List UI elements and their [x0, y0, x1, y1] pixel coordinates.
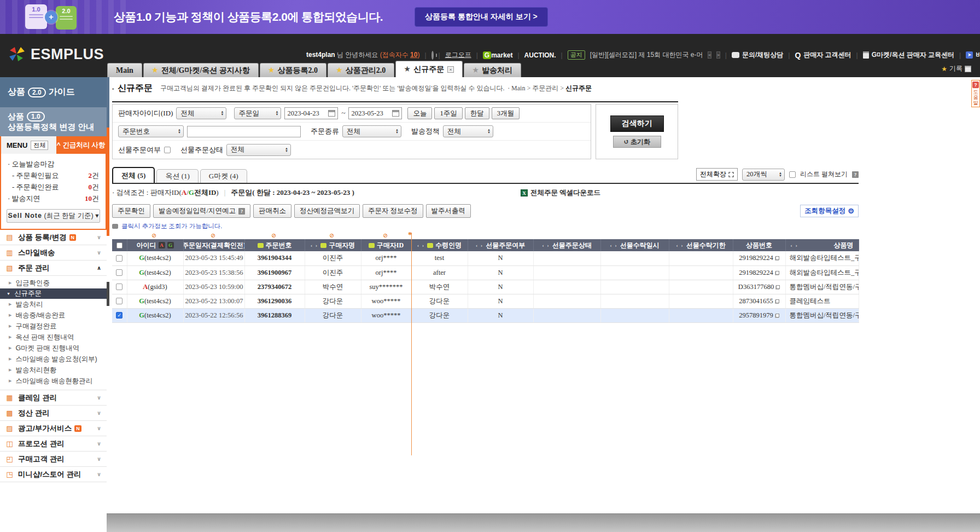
action-button-정산예정금액보기[interactable]: 정산예정금액보기: [294, 204, 360, 218]
per-page-select[interactable]: 20개씩▲▼: [742, 169, 785, 181]
cell-product-number[interactable]: 2873041655: [733, 294, 785, 308]
list-tab-옥션[interactable]: 옥션 (1): [156, 169, 198, 183]
record-shortcut[interactable]: ★ 기록: [941, 64, 971, 73]
cell-product-name[interactable]: 클레임테스트: [785, 294, 859, 308]
popup-icon[interactable]: [775, 314, 779, 317]
sell-note-button[interactable]: Sell Note (최근 한달 기준) ▾: [7, 209, 100, 223]
sort-icon[interactable]: ‹ ›: [476, 242, 483, 248]
sidebar-subitem-입금확인중[interactable]: ▶입금확인중: [0, 277, 107, 288]
link-shortcut[interactable]: ➤바로가기: [966, 50, 980, 60]
excel-download-link[interactable]: X 전체주문 엑셀다운로드: [521, 188, 600, 198]
link-seller-center[interactable]: Q판매자 고객센터: [795, 50, 851, 60]
sort-icon[interactable]: ‹ ›: [542, 242, 550, 248]
gmarket-logo[interactable]: Gmarket: [483, 51, 513, 59]
chevron-down-icon[interactable]: ∨: [97, 410, 101, 416]
cell-product-number[interactable]: 2957891979: [733, 308, 785, 322]
range-button-3개월[interactable]: 3개월: [492, 107, 520, 119]
auction-logo[interactable]: AUCTION.: [524, 51, 556, 59]
chevron-down-icon[interactable]: ∨: [97, 250, 101, 256]
menu-all-button[interactable]: 전체: [31, 141, 48, 150]
sort-icon[interactable]: ‹ ›: [791, 242, 798, 248]
row-checkbox[interactable]: [116, 269, 122, 276]
help-icon[interactable]: ?: [852, 171, 859, 178]
help-icon[interactable]: ?: [238, 208, 245, 215]
action-button-주문확인[interactable]: 주문확인: [112, 204, 150, 218]
product-1-0-policy-banner[interactable]: 상품1.0 상품등록정책 변경 안내: [0, 107, 107, 136]
chevron-down-icon[interactable]: ∨: [97, 441, 101, 447]
sort-icon[interactable]: ‹ ›: [676, 242, 684, 248]
row-checkbox[interactable]: [116, 255, 122, 262]
calendar-icon[interactable]: [328, 110, 335, 117]
ship-policy-select[interactable]: 전체▲▼: [443, 125, 493, 137]
tab-상품등록2.0[interactable]: ★상품등록2.0: [260, 63, 326, 77]
column-settings-link[interactable]: 조회항목설정 ⚙: [800, 205, 859, 217]
notice-prev-button[interactable]: <: [708, 51, 711, 59]
select-all-checkbox[interactable]: [116, 242, 122, 248]
clock-icon[interactable]: [431, 51, 434, 60]
range-button-1주일[interactable]: 1주일: [434, 107, 462, 119]
sort-icon[interactable]: ‹ ›: [610, 242, 617, 248]
popup-icon[interactable]: [775, 299, 779, 303]
sidebar-item-프로모션 관리[interactable]: ◫프로모션 관리∨: [0, 436, 107, 452]
sidebar-subitem-발송처리현황[interactable]: ▶발송처리현황: [0, 365, 107, 375]
seller-id-select[interactable]: 전체▲▼: [176, 107, 226, 119]
cell-order-number[interactable]: 3961290036: [244, 294, 305, 308]
sidebar-item-주문 관리[interactable]: ▧주문 관리∧: [0, 261, 107, 276]
cell-order-number[interactable]: 3961900967: [244, 265, 305, 280]
action-button-판매취소[interactable]: 판매취소: [253, 204, 291, 218]
popup-icon[interactable]: [776, 285, 780, 289]
cell-product-name[interactable]: 해외발송타입테스트_구매금지: [785, 251, 859, 265]
sidebar-subitem-스마일배송 발송요청(외부)[interactable]: ▶스마일배송 발송요청(외부): [0, 354, 107, 365]
gift-status-select[interactable]: 전체▲▼: [226, 144, 291, 156]
list-tab-G마켓[interactable]: G마켓 (4): [200, 169, 247, 183]
row-checkbox[interactable]: [116, 298, 122, 304]
link-chat-support[interactable]: 문의/채팅상담: [732, 50, 783, 60]
date-to-input[interactable]: 2023-05-23: [348, 107, 402, 119]
tab-Main[interactable]: Main: [107, 63, 142, 77]
chevron-down-icon[interactable]: ∨: [97, 395, 101, 401]
reset-button[interactable]: ↺ 초기화: [613, 136, 661, 148]
cell-product-name[interactable]: 통합멤버십/적립연동/구매금지: [785, 280, 859, 294]
urgent-item-label[interactable]: · 오늘발송마감: [8, 158, 55, 170]
list-tab-전체[interactable]: 전체 (5): [112, 167, 155, 183]
keyword-input[interactable]: [187, 126, 301, 137]
sidebar-scroll-strip[interactable]: [107, 77, 109, 532]
column-resize-line[interactable]: [411, 233, 412, 455]
cell-order-number[interactable]: 2379340672: [244, 280, 305, 294]
order-kind-select[interactable]: 전체▲▼: [342, 125, 401, 137]
sidebar-subitem-스마일배송 배송현황관리[interactable]: ▶스마일배송 배송현황관리: [0, 375, 107, 386]
banner-detail-button[interactable]: 상품등록 통합안내 자세히 보기 >: [415, 7, 548, 27]
link-education-center[interactable]: G마켓/옥션 판매자 교육센터: [863, 50, 954, 60]
chevron-down-icon[interactable]: ∨: [97, 234, 101, 240]
tab-전체/G마켓/옥션 공지사항[interactable]: ★전체/G마켓/옥션 공지사항: [143, 63, 259, 77]
row-checkbox[interactable]: [116, 284, 122, 290]
tab-상품관리2.0[interactable]: ★상품관리2.0: [328, 63, 394, 77]
urgent-item-label[interactable]: - 주문확인필요: [8, 170, 59, 181]
help-side-tab[interactable]: ? 도움말: [971, 80, 980, 107]
close-icon[interactable]: ×: [447, 66, 454, 73]
tab-신규주문[interactable]: ★신규주문×: [395, 61, 463, 77]
keyword-type-select[interactable]: 주문번호▲▼: [118, 125, 184, 137]
cell-product-number[interactable]: 2919829224: [733, 265, 785, 280]
cell-product-name[interactable]: 해외발송타입테스트_구매금지: [785, 265, 859, 280]
expand-list-checkbox[interactable]: [789, 171, 796, 178]
chevron-up-icon[interactable]: ∧: [97, 265, 101, 271]
search-button[interactable]: 검색하기: [610, 115, 664, 132]
esmplus-logo[interactable]: ESMPLUS: [8, 45, 104, 63]
tab-발송처리[interactable]: ★발송처리: [464, 63, 521, 77]
chevron-down-icon[interactable]: ∨: [97, 456, 101, 462]
sidebar-item-스마일배송[interactable]: ▥스마일배송∨: [0, 245, 107, 261]
notice-ticker[interactable]: [일반][셀러모집] 제 15회 대한민국 e-머: [590, 50, 703, 60]
popup-icon[interactable]: [775, 271, 779, 275]
calendar-icon[interactable]: [392, 110, 399, 117]
cell-product-name[interactable]: 통합멤버십/적립연동/구매금지: [785, 308, 859, 322]
notice-next-button[interactable]: >: [716, 51, 720, 59]
product-2-0-guide-banner[interactable]: 상품2.0가이드: [0, 77, 107, 107]
logout-link[interactable]: 로그오프: [445, 50, 471, 60]
cell-order-number[interactable]: 3961288369: [244, 308, 305, 322]
chevron-down-icon[interactable]: ∨: [97, 425, 101, 431]
row-checkbox[interactable]: ✓: [116, 312, 122, 319]
sidebar-item-클레임 관리[interactable]: ▦클레임 관리∨: [0, 390, 107, 406]
sidebar-item-상품 등록/변경[interactable]: ▤상품 등록/변경N∨: [0, 230, 107, 245]
expand-all-button[interactable]: 전체확장: [696, 168, 738, 181]
